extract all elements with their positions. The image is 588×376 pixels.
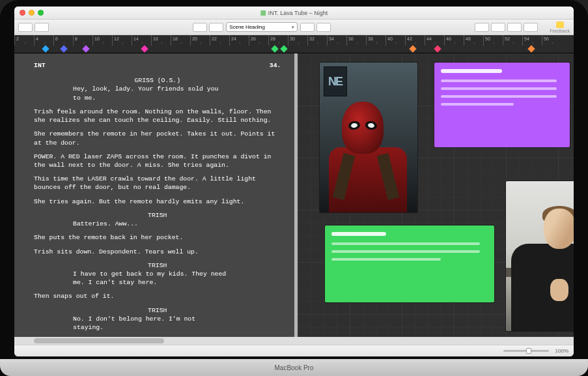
feedback-label: Feedback bbox=[550, 29, 570, 33]
character-cue[interactable]: TRISH bbox=[92, 306, 223, 315]
main-split: INT 34. GRISS (O.S.)Hey, look, lady. You… bbox=[14, 53, 574, 345]
toolbar-group-nav2 bbox=[300, 23, 331, 32]
timeline-marker[interactable] bbox=[409, 45, 416, 52]
toolbar-button[interactable] bbox=[491, 23, 505, 32]
note-title-placeholder bbox=[331, 232, 386, 236]
timeline-tick[interactable]: 36 bbox=[346, 35, 366, 46]
dialogue-block[interactable]: Batteries. Aww... bbox=[73, 220, 229, 228]
toolbar-button[interactable] bbox=[35, 23, 49, 32]
timeline-tick[interactable]: 20 bbox=[190, 35, 210, 46]
timeline-tick[interactable]: 48 bbox=[464, 35, 483, 46]
toolbar-button[interactable] bbox=[507, 23, 522, 32]
toolbar-button-prev[interactable] bbox=[193, 23, 207, 32]
timeline-tick[interactable]: 28 bbox=[268, 35, 288, 46]
timeline-markers bbox=[14, 46, 574, 53]
timeline-tick[interactable]: 40 bbox=[385, 35, 405, 46]
toolbar-button[interactable] bbox=[475, 23, 489, 32]
timeline-tick[interactable]: 26 bbox=[249, 35, 268, 46]
timeline-tick[interactable]: 4 bbox=[34, 35, 53, 46]
laptop-frame: INT. Lava Tube – Night Scene Heading ▾ bbox=[0, 0, 588, 376]
action-block[interactable]: She puts the remote back in her pocket. bbox=[34, 233, 281, 242]
toolbar-group-right bbox=[475, 23, 538, 32]
zoom-button[interactable] bbox=[38, 10, 44, 16]
timeline-tick[interactable]: 50 bbox=[483, 35, 503, 46]
timeline-tick[interactable]: 44 bbox=[425, 35, 444, 46]
timeline-marker[interactable] bbox=[527, 45, 535, 52]
character-cue[interactable]: TRISH bbox=[92, 211, 223, 220]
timeline-tick[interactable]: 32 bbox=[307, 35, 327, 46]
minimize-button[interactable] bbox=[29, 10, 35, 16]
timeline-tick[interactable]: 22 bbox=[210, 35, 229, 46]
dialogue-block[interactable]: I have to get back to my kids. They need… bbox=[73, 270, 229, 287]
image-card-deadpool[interactable]: NE bbox=[320, 63, 417, 212]
timeline-tick[interactable]: 30 bbox=[288, 35, 307, 46]
timeline-tick[interactable]: 56 bbox=[542, 35, 561, 46]
scrollbar-thumb[interactable] bbox=[34, 338, 164, 343]
action-block[interactable]: Trish sits down. Despondent. Tears well … bbox=[34, 248, 281, 256]
window-title: INT. Lava Tube – Night bbox=[260, 10, 328, 16]
app-window: INT. Lava Tube – Night Scene Heading ▾ bbox=[14, 7, 574, 356]
note-card-purple[interactable] bbox=[434, 63, 570, 147]
timeline-marker[interactable] bbox=[280, 45, 287, 52]
timeline-tick[interactable]: 18 bbox=[171, 35, 190, 46]
titlebar: INT. Lava Tube – Night bbox=[14, 7, 574, 20]
timeline-tick[interactable]: 10 bbox=[92, 35, 112, 46]
dialogue-block[interactable]: Hey, look, lady. Your friends sold you t… bbox=[73, 85, 229, 102]
timeline-tick[interactable]: 42 bbox=[405, 35, 425, 46]
action-block[interactable]: Trish feels around the room. Nothing on … bbox=[34, 108, 281, 124]
timeline-marker[interactable] bbox=[42, 45, 49, 52]
toolbar-button[interactable] bbox=[18, 23, 33, 32]
timeline-tick[interactable]: 38 bbox=[366, 35, 385, 46]
feedback-icon bbox=[556, 22, 564, 28]
timeline-marker[interactable] bbox=[60, 45, 67, 52]
feedback-button[interactable]: Feedback bbox=[550, 22, 570, 33]
window-title-text: INT. Lava Tube – Night bbox=[268, 10, 328, 16]
action-block[interactable]: This time the LASER crawls toward the do… bbox=[34, 175, 281, 192]
timeline-tick[interactable]: 8 bbox=[73, 35, 92, 46]
action-block[interactable]: She remembers the remote in her pocket. … bbox=[34, 130, 281, 147]
timeline[interactable]: 2468101214161820222426283032343638404244… bbox=[14, 35, 574, 53]
timeline-marker[interactable] bbox=[271, 45, 278, 52]
character-cue[interactable]: GRISS (O.S.) bbox=[92, 76, 223, 85]
element-style-select[interactable]: Scene Heading ▾ bbox=[226, 22, 298, 32]
image-card-man[interactable] bbox=[506, 181, 574, 331]
script-page: INT 34. GRISS (O.S.)Hey, look, lady. You… bbox=[14, 53, 294, 345]
image-placeholder bbox=[506, 181, 574, 331]
toolbar-button[interactable] bbox=[524, 23, 538, 32]
timeline-tick[interactable]: 6 bbox=[53, 35, 73, 46]
action-block[interactable]: POWER. A RED laser ZAPS across the room.… bbox=[34, 152, 281, 169]
toolbar-button[interactable] bbox=[300, 23, 315, 32]
timeline-tick[interactable]: 46 bbox=[444, 35, 464, 46]
timeline-tick[interactable]: 24 bbox=[229, 35, 249, 46]
timeline-tick[interactable]: 34 bbox=[327, 35, 346, 46]
zoom-slider-thumb[interactable] bbox=[526, 348, 531, 354]
toolbar-button[interactable] bbox=[316, 23, 331, 32]
action-block[interactable]: Then snaps out of it. bbox=[34, 292, 281, 300]
timeline-tick[interactable]: 54 bbox=[522, 35, 542, 46]
horizontal-scrollbar[interactable] bbox=[14, 337, 574, 345]
timeline-marker[interactable] bbox=[434, 45, 441, 52]
timeline-tick[interactable]: 14 bbox=[132, 35, 151, 46]
close-button[interactable] bbox=[20, 10, 25, 16]
action-block[interactable]: She tries again. But the remote hardly e… bbox=[34, 197, 281, 206]
timeline-tick[interactable]: 2 bbox=[14, 35, 34, 46]
slugline[interactable]: INT bbox=[34, 61, 46, 70]
timeline-marker[interactable] bbox=[141, 45, 148, 52]
element-style-label: Scene Heading bbox=[229, 24, 265, 30]
window-controls bbox=[20, 10, 44, 16]
timeline-tick[interactable]: 12 bbox=[112, 35, 132, 46]
timeline-tick[interactable]: 52 bbox=[503, 35, 522, 46]
cork-board[interactable]: NE bbox=[298, 53, 574, 345]
zoom-slider[interactable] bbox=[503, 350, 549, 352]
script-editor[interactable]: INT 34. GRISS (O.S.)Hey, look, lady. You… bbox=[14, 53, 294, 345]
toolbar-button-next[interactable] bbox=[209, 23, 223, 32]
note-card-green[interactable] bbox=[325, 225, 494, 302]
timeline-marker[interactable] bbox=[82, 45, 89, 52]
timeline-ruler: 2468101214161820222426283032343638404244… bbox=[14, 35, 574, 46]
dialogue-block[interactable]: No. I don't belong here. I'm not staying… bbox=[73, 315, 229, 332]
timeline-tick[interactable]: 16 bbox=[151, 35, 171, 46]
device-label: MacBook Pro bbox=[274, 364, 313, 371]
slugline-row: INT 34. bbox=[34, 61, 281, 70]
character-cue[interactable]: TRISH bbox=[92, 261, 223, 270]
image-placeholder: NE bbox=[320, 63, 417, 212]
